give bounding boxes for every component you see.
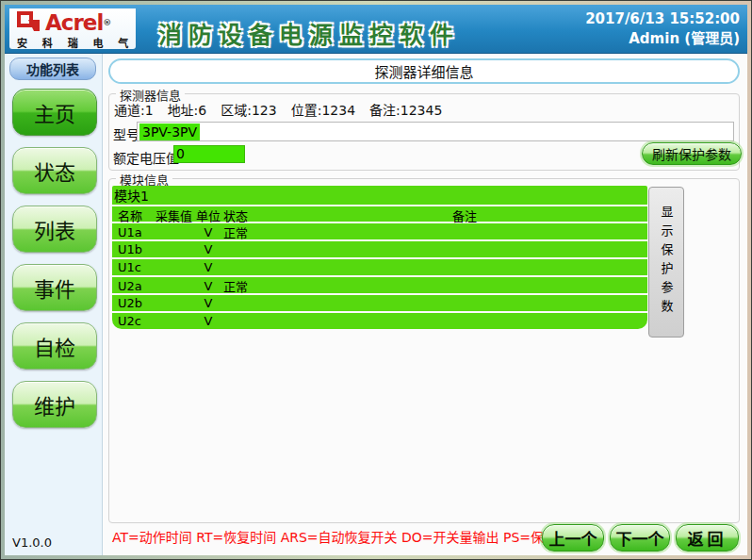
sidebar-item-maintain[interactable]: 维护 — [12, 381, 97, 428]
cell-name: U1c — [118, 260, 155, 274]
logo-subtitle: 安 科 瑞 电 气 — [17, 35, 130, 50]
header-note: 备注 — [282, 206, 647, 224]
app-title: 消防设备电源监控软件 — [158, 16, 460, 50]
module-table: 模块1 名称 采集值 单位 状态 备注 U1aV正常U1bVU1cVU2aV正常… — [112, 186, 647, 329]
cell-name: U1b — [118, 242, 155, 256]
table-row[interactable]: U2cV — [112, 313, 647, 329]
cell-name: U1a — [118, 225, 155, 239]
remark-value: 备注:12345 — [369, 100, 442, 119]
cell-unit: V — [193, 296, 223, 310]
cell-unit: V — [193, 225, 223, 239]
table-header-row: 名称 采集值 单位 状态 备注 — [112, 206, 647, 222]
table-row[interactable]: U1cV — [112, 259, 647, 275]
header-unit: 单位 — [193, 206, 223, 224]
module-info-group: 模块信息 模块1 名称 采集值 单位 状态 备注 U1aV正常U1bVU1cVU… — [108, 178, 740, 523]
cell-name: U2b — [118, 296, 155, 310]
sidebar-item-selftest[interactable]: 自检 — [12, 322, 97, 370]
logo-text: Acrel® — [45, 11, 110, 34]
user-label: Admin (管理员) — [585, 29, 740, 49]
sidebar-item-home[interactable]: 主页 — [12, 89, 97, 136]
cell-unit: V — [193, 260, 223, 274]
cell-unit: V — [193, 314, 223, 328]
sidebar: 功能列表 主页 状态 列表 事件 自检 维护 V1.0.0 — [5, 54, 103, 555]
address-value: 地址:6 — [168, 100, 207, 119]
logo-panel: Acrel® 安 科 瑞 电 气 — [9, 8, 136, 49]
app-window: Acrel® 安 科 瑞 电 气 消防设备电源监控软件 2017/6/13 15… — [0, 0, 752, 560]
rated-voltage-input[interactable]: 0 — [173, 145, 245, 163]
header-bar: Acrel® 安 科 瑞 电 气 消防设备电源监控软件 2017/6/13 15… — [5, 5, 747, 54]
table-row[interactable]: U2aV正常 — [112, 277, 647, 293]
model-input[interactable]: 3PV-3PV — [137, 122, 734, 141]
header-status: 状态 — [223, 206, 282, 224]
table-row[interactable]: U1aV正常 — [112, 223, 647, 239]
back-button[interactable]: 返回 — [676, 524, 739, 552]
page-title: 探测器详细信息 — [108, 58, 740, 84]
header-value: 采集值 — [155, 206, 193, 224]
show-protection-params-button[interactable]: 显示保护参数 — [648, 187, 684, 338]
acrel-logo-icon — [17, 11, 41, 34]
detector-info-group: 探测器信息 通道:1 地址:6 区域:123 位置:1234 备注:12345 … — [108, 93, 740, 171]
cell-status: 正常 — [223, 223, 282, 241]
datetime-label: 2017/6/13 15:52:00 — [585, 9, 740, 29]
cell-unit: V — [193, 242, 223, 256]
header-name: 名称 — [118, 206, 155, 224]
previous-button[interactable]: 上一个 — [542, 524, 604, 552]
sidebar-item-events[interactable]: 事件 — [12, 264, 97, 311]
next-button[interactable]: 下一个 — [610, 524, 670, 552]
app-content: Acrel® 安 科 瑞 电 气 消防设备电源监控软件 2017/6/13 15… — [5, 5, 747, 555]
zone-value: 区域:123 — [221, 100, 276, 119]
function-list-header[interactable]: 功能列表 — [9, 58, 96, 80]
sidebar-item-status[interactable]: 状态 — [12, 147, 97, 194]
module-table-body: U1aV正常U1bVU1cVU2aV正常U2bVU2cV — [112, 223, 647, 329]
registered-mark: ® — [103, 18, 110, 27]
abbreviation-legend: AT=动作时间 RT=恢复时间 ARS=自动恢复开关 DO=开关量输出 PS=保… — [112, 527, 583, 546]
table-row[interactable]: U1bV — [112, 241, 647, 257]
detector-info-line: 通道:1 地址:6 区域:123 位置:1234 备注:12345 — [114, 100, 442, 119]
cell-name: U2c — [118, 314, 155, 328]
position-value: 位置:1234 — [291, 100, 355, 119]
main-panel: 探测器详细信息 探测器信息 通道:1 地址:6 区域:123 位置:1234 备… — [103, 54, 747, 555]
cell-unit: V — [193, 279, 223, 293]
module-title-bar: 模块1 — [112, 186, 647, 205]
sidebar-item-list[interactable]: 列表 — [12, 206, 97, 253]
refresh-protection-params-button[interactable]: 刷新保护参数 — [642, 142, 742, 165]
cell-status: 正常 — [223, 277, 282, 295]
table-row[interactable]: U2bV — [112, 295, 647, 311]
version-label: V1.0.0 — [12, 535, 52, 550]
model-value-highlighted: 3PV-3PV — [139, 124, 200, 140]
cell-name: U2a — [118, 279, 155, 293]
channel-value: 通道:1 — [114, 100, 154, 119]
